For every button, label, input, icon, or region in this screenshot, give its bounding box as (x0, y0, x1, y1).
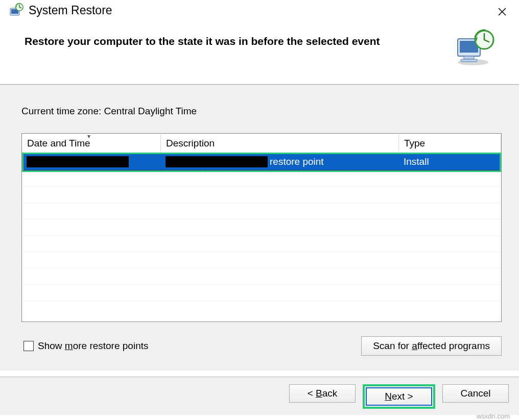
table-row[interactable] (22, 252, 501, 268)
svg-rect-7 (464, 56, 474, 59)
table-row[interactable] (22, 203, 501, 219)
page-heading: Restore your computer to the state it wa… (25, 35, 380, 48)
table-row[interactable] (22, 170, 501, 187)
table-header: Date and Time ▾ Description Type (22, 134, 501, 153)
show-more-restore-points-checkbox[interactable]: Show more restore points (21, 339, 149, 353)
watermark: wsxdn.com (477, 412, 510, 420)
svg-rect-8 (461, 59, 477, 62)
scan-affected-programs-button[interactable]: Scan for affected programs (361, 336, 502, 356)
table-row[interactable]: restore point Install (22, 153, 501, 170)
column-type-label: Type (404, 138, 425, 149)
cell-type: Install (399, 155, 501, 168)
titlebar: System Restore (0, 0, 519, 19)
system-restore-large-icon (453, 28, 497, 69)
column-description-label: Description (166, 138, 215, 149)
column-type[interactable]: Type (399, 135, 501, 152)
column-date-time-label: Date and Time (27, 138, 90, 149)
system-restore-window: System Restore Restore your computer to … (0, 0, 519, 420)
table-row[interactable] (22, 285, 501, 301)
show-more-label: Show more restore points (38, 340, 149, 352)
cancel-button[interactable]: Cancel (442, 384, 509, 403)
annotation-next-highlight: Next > (363, 384, 435, 409)
close-button[interactable] (498, 7, 507, 18)
body-area: Current time zone: Central Daylight Time… (0, 85, 519, 370)
cell-description-text: restore point (270, 156, 324, 167)
column-date-time[interactable]: Date and Time ▾ (22, 135, 161, 152)
table-row[interactable] (22, 219, 501, 236)
table-row[interactable] (22, 236, 501, 252)
back-button[interactable]: < Back (289, 384, 356, 403)
header-band: Restore your computer to the state it wa… (0, 19, 519, 81)
restore-points-table[interactable]: Date and Time ▾ Description Type restore… (21, 133, 502, 322)
wizard-footer: < Back Next > Cancel (0, 377, 519, 415)
next-button[interactable]: Next > (366, 387, 432, 406)
column-description[interactable]: Description (161, 135, 399, 152)
sort-indicator-icon: ▾ (87, 133, 90, 140)
table-row[interactable] (22, 268, 501, 285)
cell-description: restore point (161, 155, 399, 169)
show-more-checkbox-input[interactable] (23, 341, 34, 351)
below-table-row: Show more restore points Scan for affect… (21, 336, 502, 356)
system-restore-icon (9, 3, 23, 17)
timezone-label: Current time zone: Central Daylight Time (21, 106, 502, 117)
window-title: System Restore (29, 4, 112, 17)
table-row[interactable] (22, 187, 501, 203)
cell-date-time (22, 155, 161, 169)
